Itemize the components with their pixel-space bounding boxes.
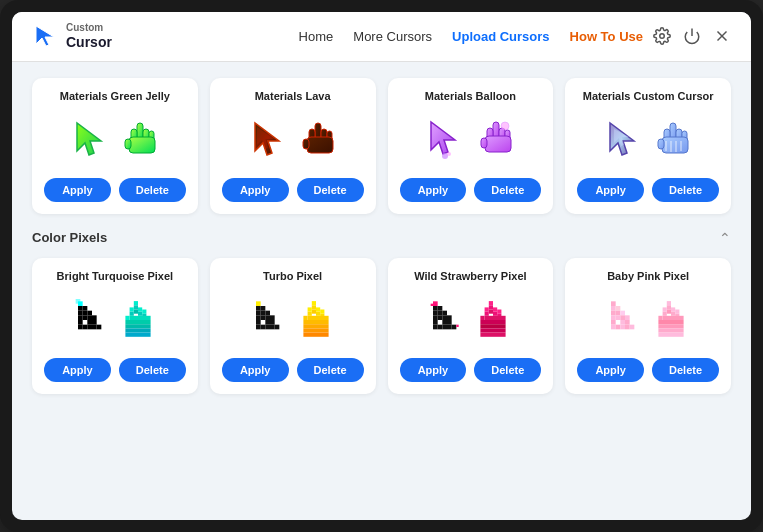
svg-rect-48 [83,306,88,311]
delete-wild-strawberry[interactable]: Delete [474,358,541,382]
delete-custom-cursor[interactable]: Delete [652,178,719,202]
delete-bright-turquoise[interactable]: Delete [119,358,186,382]
svg-rect-164 [667,309,671,313]
svg-rect-167 [671,307,675,311]
svg-rect-94 [311,301,315,305]
svg-rect-59 [97,324,102,329]
svg-rect-103 [303,316,307,320]
svg-rect-163 [667,305,671,309]
card-custom-cursor-buttons: Apply Delete [577,178,719,202]
svg-rect-161 [630,324,635,329]
power-icon[interactable] [683,27,701,45]
apply-bright-turquoise[interactable]: Apply [44,358,111,382]
svg-rect-101 [320,309,324,313]
svg-rect-134 [493,307,497,311]
card-baby-pink-cursors [606,290,690,350]
svg-rect-141 [481,324,506,328]
card-wild-strawberry-cursors [428,290,512,350]
collapse-color-pixels[interactable]: ⌃ [719,230,731,246]
nav-how-to-use[interactable]: How To Use [570,29,643,44]
svg-rect-84 [260,315,265,320]
svg-rect-113 [433,320,438,325]
svg-rect-175 [659,328,684,332]
card-bright-turquoise-cursors [73,290,157,350]
svg-rect-110 [433,306,438,311]
delete-turbo[interactable]: Delete [297,358,364,382]
card-green-jelly-title: Materials Green Jelly [60,90,170,102]
svg-marker-5 [77,123,101,155]
nav-upload-cursors[interactable]: Upload Cursors [452,29,550,44]
green-jelly-arrow [71,119,113,161]
svg-rect-91 [265,324,270,329]
logo: Custom Cursor [32,22,112,51]
svg-rect-158 [616,324,621,329]
baby-pink-hand [652,299,690,341]
apply-green-jelly[interactable]: Apply [44,178,111,202]
svg-marker-0 [36,26,54,46]
svg-rect-132 [485,307,489,311]
materials-grid: Materials Green Jelly [32,78,731,214]
settings-icon[interactable] [653,27,671,45]
svg-rect-109 [433,301,438,306]
apply-balloon[interactable]: Apply [400,178,467,202]
svg-rect-99 [316,307,320,311]
svg-rect-89 [265,320,270,325]
svg-rect-68 [142,309,146,313]
svg-rect-71 [129,316,150,320]
svg-rect-120 [447,315,452,320]
svg-rect-105 [303,320,328,324]
delete-lava[interactable]: Delete [297,178,364,202]
svg-rect-97 [307,307,311,311]
card-balloon-title: Materials Balloon [425,90,516,102]
content: Materials Green Jelly [12,62,751,520]
svg-rect-19 [303,139,309,149]
svg-rect-168 [671,311,675,315]
apply-wild-strawberry[interactable]: Apply [400,358,467,382]
delete-green-jelly[interactable]: Delete [119,178,186,202]
svg-rect-47 [78,324,83,329]
svg-rect-107 [303,328,328,332]
apply-custom-cursor[interactable]: Apply [577,178,644,202]
svg-rect-79 [256,315,261,320]
card-wild-strawberry-title: Wild Strawberry Pixel [414,270,526,282]
card-lava-buttons: Apply Delete [222,178,364,202]
nav-home[interactable]: Home [299,29,334,44]
svg-rect-78 [256,310,261,315]
card-custom-cursor-cursors [604,110,692,170]
svg-rect-85 [265,310,270,315]
svg-rect-100 [316,311,320,315]
nav-more-cursors[interactable]: More Cursors [353,29,432,44]
svg-rect-55 [87,320,92,325]
svg-rect-43 [78,306,83,311]
card-wild-strawberry: Wild Strawberry Pixel [388,258,554,394]
svg-rect-173 [659,320,684,324]
svg-rect-162 [667,301,671,305]
nav-icons [653,27,731,45]
svg-rect-171 [659,316,663,320]
close-icon[interactable] [713,27,731,45]
svg-rect-106 [303,324,328,328]
svg-rect-112 [433,315,438,320]
delete-balloon[interactable]: Delete [474,178,541,202]
svg-rect-174 [659,324,684,328]
card-turbo-title: Turbo Pixel [263,270,322,282]
card-custom-cursor: Materials Custom Cursor [565,78,731,214]
apply-baby-pink[interactable]: Apply [577,358,644,382]
apply-lava[interactable]: Apply [222,178,289,202]
delete-baby-pink[interactable]: Delete [652,358,719,382]
card-lava-title: Materials Lava [255,90,331,102]
turquoise-arrow [73,299,111,341]
svg-rect-51 [87,310,92,315]
svg-rect-75 [125,332,150,336]
svg-rect-10 [129,137,155,153]
svg-rect-172 [663,316,684,320]
svg-rect-46 [78,320,83,325]
svg-rect-153 [620,310,625,315]
svg-rect-121 [447,320,452,325]
svg-rect-128 [457,324,459,326]
svg-rect-149 [611,324,616,329]
svg-rect-135 [493,311,497,315]
card-balloon-cursors [425,110,515,170]
card-turbo-buttons: Apply Delete [222,358,364,382]
apply-turbo[interactable]: Apply [222,358,289,382]
